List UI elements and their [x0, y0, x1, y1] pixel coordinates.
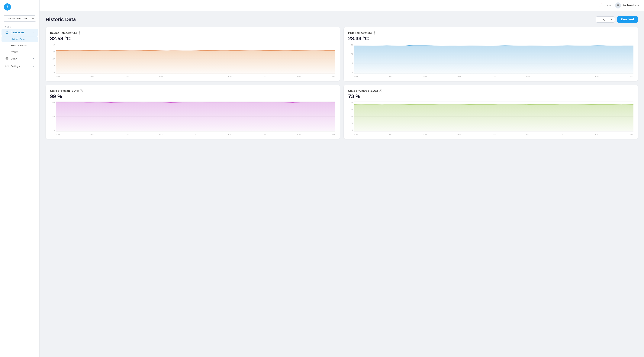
soh-x-labels: 0:430:430:440:440:440:440:440:440:44: [56, 132, 335, 136]
pcb-temp-info-icon[interactable]: i: [373, 32, 376, 34]
soh-y-labels: 100500: [50, 102, 55, 132]
soc-y-labels: 806040200: [348, 102, 354, 132]
soc-info-icon[interactable]: i: [379, 89, 382, 92]
pcb-temp-title: PCB Temperature: [348, 31, 372, 34]
user-name: Sudhanshu: [622, 4, 636, 7]
device-temp-x-labels: 0:430:430:440:440:440:440:440:440:44: [56, 74, 335, 78]
device-temp-title: Device Temperature: [50, 31, 77, 34]
state-of-health-card: State of Health (SOH) i 99 % 100500: [46, 85, 340, 139]
pages-section-label: PAGES: [0, 25, 39, 28]
sidebar-device-selector[interactable]: Tracklink 20241019: [0, 14, 39, 25]
device-temp-chart-inner: [56, 44, 335, 74]
device-temp-info-icon[interactable]: i: [78, 32, 81, 34]
main-content: Sudhanshu ▾ Historic Data 1 Day7 Days30 …: [40, 0, 644, 357]
user-chevron: ▾: [638, 4, 639, 7]
pcb-temp-chart-inner: [354, 44, 634, 74]
header-controls: 1 Day7 Days30 Days90 Days Download: [596, 16, 638, 22]
settings-chevron: ▾: [33, 65, 34, 67]
real-time-data-label: Real Time Data: [10, 44, 28, 47]
svg-point-4: [608, 5, 610, 6]
pcb-temp-svg: [354, 44, 634, 74]
soh-chart-inner: [56, 102, 335, 132]
content-header: Historic Data 1 Day7 Days30 Days90 Days …: [46, 16, 638, 22]
brightness-button[interactable]: [606, 2, 612, 8]
device-temp-header: Device Temperature i: [50, 31, 335, 34]
soc-title: State of Charge (SOC): [348, 89, 378, 92]
pcb-temp-header: PCB Temperature i: [348, 31, 634, 34]
device-temperature-card: Device Temperature i 32.53 °C 403020100: [46, 27, 340, 81]
state-of-charge-card: State of Charge (SOC) i 73 % 806040200: [344, 85, 638, 139]
sidebar-item-real-time-data[interactable]: Real Time Data: [2, 42, 38, 48]
device-temp-y-labels: 403020100: [50, 44, 55, 74]
sidebar-item-nodes[interactable]: Nodes: [2, 49, 38, 54]
soc-header: State of Charge (SOC) i: [348, 89, 634, 92]
period-select[interactable]: 1 Day7 Days30 Days90 Days: [596, 16, 615, 22]
logo-icon: [4, 4, 11, 10]
topbar: Sudhanshu ▾: [40, 0, 644, 11]
settings-label: Settings: [10, 65, 20, 68]
sidebar-item-dashboard[interactable]: Dashboard ▲: [2, 29, 38, 36]
avatar: [615, 2, 621, 8]
soh-info-icon[interactable]: i: [80, 89, 83, 92]
soc-x-labels: 0:430:430:440:440:440:440:440:440:44: [354, 132, 634, 136]
sidebar-item-utility[interactable]: Utility ▾: [2, 55, 38, 62]
pcb-temp-value: 28.33 °C: [348, 36, 634, 42]
soh-value: 99 %: [50, 94, 335, 100]
device-temp-value: 32.53 °C: [50, 36, 335, 42]
dashboard-label: Dashboard: [10, 31, 24, 34]
pcb-temp-x-labels: 0:430:430:440:440:440:440:440:440:44: [354, 74, 634, 78]
utility-chevron: ▾: [33, 58, 34, 60]
pcb-temperature-card: PCB Temperature i 28.33 °C 3020100: [344, 27, 638, 81]
utility-label: Utility: [10, 57, 17, 60]
nodes-label: Nodes: [10, 50, 18, 53]
content-area: Historic Data 1 Day7 Days30 Days90 Days …: [40, 11, 644, 357]
sidebar-logo: [0, 0, 39, 14]
soh-chart: 100500: [50, 102, 335, 136]
sidebar-item-settings[interactable]: Settings ▾: [2, 62, 38, 70]
svg-point-1: [7, 32, 7, 32]
utility-icon: [5, 57, 9, 60]
sidebar-item-historic-data[interactable]: Historic Data: [2, 36, 38, 42]
notification-bell-button[interactable]: [597, 2, 603, 8]
pcb-temp-chart: 3020100: [348, 44, 634, 78]
download-button[interactable]: Download: [617, 16, 638, 22]
soc-value: 73 %: [348, 94, 634, 100]
soc-chart-inner: [354, 102, 634, 132]
svg-point-3: [6, 58, 7, 59]
historic-data-label: Historic Data: [10, 38, 24, 41]
user-profile[interactable]: Sudhanshu ▾: [615, 2, 639, 8]
soh-header: State of Health (SOH) i: [50, 89, 335, 92]
notification-dot: [601, 3, 602, 5]
dashboard-icon: [5, 31, 9, 34]
soh-svg: [56, 102, 335, 132]
page-title: Historic Data: [46, 16, 76, 22]
soh-title: State of Health (SOH): [50, 89, 79, 92]
soc-chart: 806040200: [348, 102, 634, 136]
pcb-temp-y-labels: 3020100: [348, 44, 354, 74]
device-select-input[interactable]: Tracklink 20241019: [3, 16, 36, 22]
dashboard-chevron: ▲: [32, 32, 34, 34]
charts-grid: Device Temperature i 32.53 °C 403020100: [46, 27, 638, 139]
device-temp-svg: [56, 44, 335, 74]
settings-icon: [5, 64, 9, 68]
sidebar: Tracklink 20241019 PAGES Dashboard ▲ His…: [0, 0, 40, 357]
soc-svg: [354, 102, 634, 132]
device-temp-chart: 403020100: [50, 44, 335, 78]
